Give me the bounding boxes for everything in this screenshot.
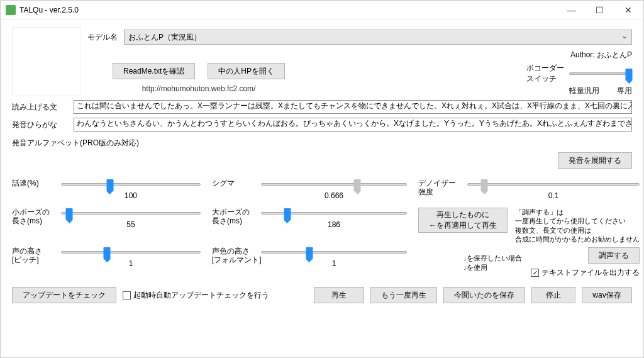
speed-slider[interactable] <box>106 179 113 191</box>
content-area: モデル名 おふとんP（実況風） Author: おふとんP ReadMe.txt… <box>1 20 643 357</box>
hp-url: http://mohumohuton.web.fc2.com/ <box>142 84 256 93</box>
vocoder-option-dedicated: 専用 <box>617 86 632 96</box>
minimize-button[interactable]: — <box>557 1 586 19</box>
formant-slider-group: 声色の高さ [フォルマント] 1 <box>212 247 407 278</box>
small-pause-slider[interactable] <box>66 208 73 220</box>
check-update-button[interactable]: アップデートをチェック <box>12 287 116 303</box>
pro-label: 発音アルファベット(PRO版のみ対応) <box>12 138 139 148</box>
vocoder-slider[interactable] <box>626 69 633 81</box>
pitch-value: 1 <box>129 259 133 268</box>
read-text-input[interactable]: これは間に合いませんでしたあっ。X一塁ランナーは残塁。Xまたしてもチャンスを物に… <box>74 100 632 114</box>
small-pause-slider-group: 小ポーズの 長さ(ms) 55 <box>12 208 201 239</box>
large-pause-slider[interactable] <box>284 208 291 220</box>
model-label: モデル名 <box>87 32 119 43</box>
app-window: TALQu - ver.2.5.0 — ☐ ✕ モデル名 おふとんP（実況風） … <box>0 0 644 358</box>
pitch-slider[interactable] <box>104 247 111 259</box>
titlebar: TALQu - ver.2.5.0 — ☐ ✕ <box>1 1 643 20</box>
denoiser-slider[interactable] <box>481 179 488 191</box>
reapply-replay-button[interactable]: 再生したものに ←を再適用して再生 <box>418 208 508 233</box>
formant-slider[interactable] <box>306 247 313 259</box>
save-wav-button[interactable]: wav保存 <box>582 287 632 303</box>
app-icon <box>6 5 16 15</box>
small-pause-value: 55 <box>126 220 135 229</box>
speed-label: 話速(%) <box>12 179 57 187</box>
hiragana-label: 発音ひらがな <box>12 120 70 130</box>
bottom-row: アップデートをチェック 起動時自動アップデートチェックを行う 再生 もう一度再生… <box>12 287 632 303</box>
sigma-slider[interactable] <box>354 179 361 191</box>
small-pause-label: 小ポーズの 長さ(ms) <box>12 208 57 226</box>
open-hp-button[interactable]: 中の人HPを開く <box>208 63 285 79</box>
play-again-button[interactable]: もう一度再生 <box>370 287 437 303</box>
output-text-checkbox[interactable]: ✓ <box>531 269 539 277</box>
denoiser-value: 0.1 <box>548 191 559 200</box>
sigma-label: シグマ <box>212 179 257 187</box>
window-title: TALQu - ver.2.5.0 <box>19 6 557 14</box>
pro-row: 発音アルファベット(PRO版のみ対応) <box>12 138 632 148</box>
large-pause-slider-group: 大ポーズの 長さ(ms) 186 <box>212 208 407 239</box>
author-label: Author: おふとんP <box>87 50 632 60</box>
model-row: モデル名 おふとんP（実況風） <box>87 30 632 45</box>
read-text-row: 読み上げる文 これは間に合いませんでしたあっ。X一塁ランナーは残塁。Xまたしても… <box>12 100 632 114</box>
play-button[interactable]: 再生 <box>314 287 364 303</box>
sigma-value: 0.666 <box>325 191 343 200</box>
vocoder-label: ボコーダー スイッチ <box>526 63 564 84</box>
formant-label: 声色の高さ [フォルマント] <box>212 247 257 265</box>
model-selected: おふとんP（実況風） <box>128 32 201 43</box>
model-select[interactable]: おふとんP（実況風） <box>124 30 632 45</box>
auto-update-label: 起動時自動アップデートチェックを行う <box>133 290 269 301</box>
large-pause-label: 大ポーズの 長さ(ms) <box>212 208 257 226</box>
pitch-slider-group: 声の高さ [ピッチ] 1 <box>12 247 201 278</box>
tune-note: 「調声する」は 一度再生してから使用してください 複数文、長文での使用は 合成に… <box>515 208 640 243</box>
speed-slider-group: 話速(%) 100 <box>12 179 201 200</box>
stop-button[interactable]: 停止 <box>531 287 575 303</box>
hiragana-input[interactable]: わんなうといちさんるい、かうんとわつうすとらいくわんぼおる。ぴっちゃあくいっくか… <box>74 118 632 131</box>
pitch-label: 声の高さ [ピッチ] <box>12 247 57 265</box>
expand-pronunciation-button[interactable]: 発音を展開する <box>558 152 632 169</box>
auto-update-checkbox[interactable] <box>123 291 131 299</box>
model-image <box>12 27 81 96</box>
readme-button[interactable]: ReadMe.txtを確認 <box>113 63 195 79</box>
vocoder-option-light: 軽量汎用 <box>569 86 599 96</box>
save-note: ↓を保存したい場合 ↓を使用 <box>464 254 523 272</box>
maximize-button[interactable]: ☐ <box>586 1 614 19</box>
top-row: モデル名 おふとんP（実況風） Author: おふとんP ReadMe.txt… <box>12 27 632 96</box>
sigma-slider-group: シグマ 0.666 <box>212 179 407 200</box>
sliders-area: 話速(%) 100 シグマ 0.666 デノイザー 強度 0.1 <box>12 179 632 278</box>
denoiser-slider-group: デノイザー 強度 0.1 <box>418 179 640 200</box>
large-pause-value: 186 <box>328 220 340 229</box>
speed-value: 100 <box>125 191 137 200</box>
tune-button[interactable]: 調声する <box>588 247 640 264</box>
hiragana-row: 発音ひらがな わんなうといちさんるい、かうんとわつうすとらいくわんぼおる。ぴっち… <box>12 118 632 131</box>
formant-value: 1 <box>332 259 336 268</box>
denoiser-label: デノイザー 強度 <box>418 179 464 197</box>
close-button[interactable]: ✕ <box>614 1 642 19</box>
read-text-label: 読み上げる文 <box>12 102 70 113</box>
save-heard-button[interactable]: 今聞いたのを保存 <box>443 287 525 303</box>
output-text-label: テキストファイルを出力する <box>541 267 640 278</box>
